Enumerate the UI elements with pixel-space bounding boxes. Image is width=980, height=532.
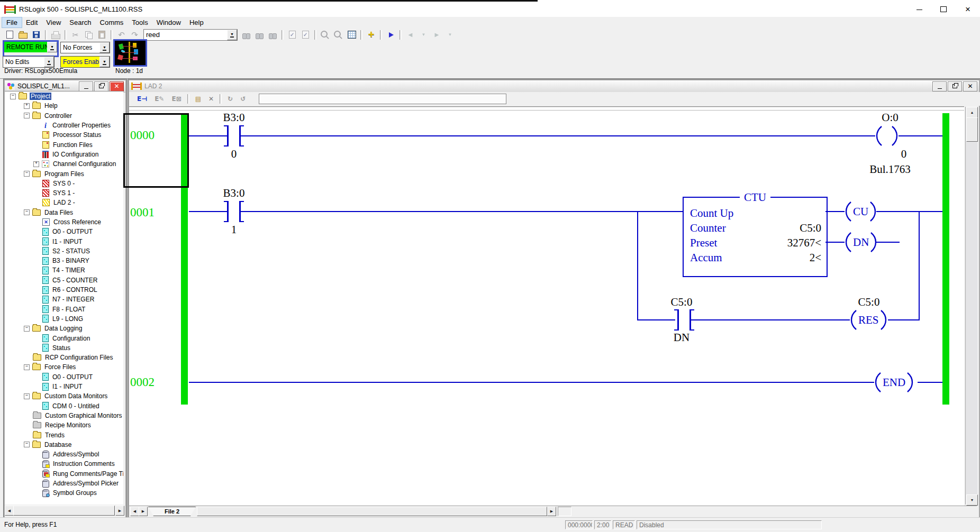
ctu-accum-value[interactable]: 2< <box>810 251 821 264</box>
file-tab[interactable]: File 2 <box>148 507 196 516</box>
tree-item-data-files[interactable]: Data Files <box>5 208 123 217</box>
rung-comment-box[interactable] <box>259 94 506 104</box>
mode-dropdown-button[interactable] <box>47 42 57 52</box>
tree-item-b3-binary[interactable]: B3 - BINARY <box>5 256 123 265</box>
ctu-preset-value[interactable]: 32767< <box>787 236 821 250</box>
tree-item-force-o0-output[interactable]: O0 - OUTPUT <box>5 372 123 382</box>
tree-item-s2-status[interactable]: S2 - STATUS <box>5 246 123 256</box>
tree-item-i1-input[interactable]: I1 - INPUT <box>5 236 123 246</box>
scroll-down-button[interactable]: ▼ <box>966 494 978 506</box>
properties-grid-button[interactable] <box>345 29 358 40</box>
tree-item-cross-reference[interactable]: Cross Reference <box>5 217 123 227</box>
rung-number-0002[interactable]: 0002 <box>130 375 155 389</box>
edit-rung-pencil-button[interactable]: E✎ <box>155 95 164 103</box>
tree-item-status[interactable]: Status <box>5 343 123 353</box>
forward-history-dropdown[interactable]: ▼ <box>443 29 457 40</box>
processor-mode-combo[interactable]: REMOTE RUN <box>4 42 57 52</box>
res-coil[interactable]: RES <box>849 308 888 332</box>
tree-item-custom-graphical-monitors[interactable]: Custom Graphical Monitors <box>5 411 123 420</box>
xic-contact-bar[interactable] <box>674 309 679 331</box>
scroll-up-button[interactable]: ▲ <box>966 107 978 118</box>
tree-item-address-symbol-picker[interactable]: Address/Symbol Picker <box>5 479 123 488</box>
menu-tools[interactable]: Tools <box>128 17 152 27</box>
tree-item-force-files[interactable]: Force Files <box>5 362 123 372</box>
rung-number-0001[interactable]: 0001 <box>130 206 155 219</box>
stack-edits-button[interactable]: ▤ <box>195 95 201 103</box>
xic-contact-bar[interactable] <box>224 125 229 146</box>
menu-file[interactable]: File <box>2 17 22 27</box>
xic-contact-bar[interactable] <box>239 201 244 222</box>
tree-item-database[interactable]: Database <box>5 440 123 450</box>
tree-item-program-files[interactable]: Program Files <box>5 169 123 178</box>
replace-button[interactable] <box>266 29 279 40</box>
tree-item-r6-control[interactable]: R6 - CONTROL <box>5 285 123 295</box>
tree-item-sys0[interactable]: SYS 0 - <box>5 179 123 188</box>
find-next-button[interactable] <box>253 29 266 40</box>
delete-button[interactable]: ✕ <box>208 95 214 103</box>
close-button[interactable]: × <box>956 2 980 17</box>
tree-minimize-button[interactable] <box>79 81 93 91</box>
tree-item-lad2[interactable]: LAD 2 - <box>5 198 123 207</box>
tree-item-custom-data-monitors[interactable]: Custom Data Monitors <box>5 391 123 401</box>
contact-address[interactable]: B3:0 <box>202 111 266 124</box>
tree-item-controller-properties[interactable]: Controller Properties <box>5 121 123 130</box>
ctu-cu-coil[interactable]: CU <box>843 200 878 223</box>
ladder-vertical-scrollbar[interactable]: ▲ ▼ <box>965 107 977 505</box>
tree-item-recipe-monitors[interactable]: Recipe Monitors <box>5 420 123 430</box>
branch-contact-address[interactable]: C5:0 <box>650 296 713 309</box>
menu-view[interactable]: View <box>42 17 65 27</box>
save-button[interactable] <box>30 29 43 40</box>
new-component-button[interactable] <box>365 29 378 40</box>
open-file-button[interactable] <box>16 29 30 40</box>
expand-icon[interactable] <box>33 161 39 167</box>
tree-item-address-symbol[interactable]: Address/Symbol <box>5 450 123 459</box>
edit-rung-button[interactable]: E⊣ <box>137 95 147 103</box>
navigate-forward-button[interactable]: ► <box>430 29 443 40</box>
tree-item-configuration[interactable]: Configuration <box>5 333 123 343</box>
maximize-button[interactable] <box>931 2 956 17</box>
res-coil-address[interactable]: C5:0 <box>837 296 901 309</box>
new-file-button[interactable] <box>3 29 16 40</box>
tree-item-instruction-comments[interactable]: Instruction Comments <box>5 459 123 469</box>
cancel-rung-edit-button[interactable]: E⊠ <box>171 95 181 103</box>
lad2-titlebar[interactable]: LAD 2 ✕ <box>129 80 979 93</box>
collapse-icon[interactable] <box>24 393 30 399</box>
navigate-back-button[interactable]: ◄ <box>404 29 417 40</box>
tree-item-function-files[interactable]: Function Files <box>5 140 123 149</box>
back-history-dropdown[interactable]: ▼ <box>417 29 430 40</box>
tab-scroll-left-button[interactable]: ◀ <box>130 507 139 516</box>
forces-status-combo[interactable]: No Forces <box>60 42 110 53</box>
output-coil-O0[interactable] <box>874 124 900 148</box>
lad2-minimize-button[interactable] <box>932 81 947 91</box>
verify-file-button[interactable] <box>286 29 299 40</box>
ctu-dn-coil[interactable]: DN <box>843 231 878 254</box>
tree-item-help[interactable]: Help <box>5 101 123 111</box>
lad2-restore-button[interactable] <box>948 81 962 91</box>
zoom-out-button[interactable] <box>332 29 345 40</box>
collapse-icon[interactable] <box>24 442 30 447</box>
collapse-icon[interactable] <box>24 364 30 370</box>
tree-item-rcp-configuration-files[interactable]: RCP Configuration Files <box>5 353 123 362</box>
tree-item-f8-float[interactable]: F8 - FLOAT <box>5 305 123 314</box>
xic-contact-bar[interactable] <box>689 309 694 331</box>
xic-contact-bar[interactable] <box>239 125 244 146</box>
cut-button[interactable] <box>69 29 82 40</box>
tree-item-rung-comments[interactable]: Rung Comments/Page Title <box>5 469 123 479</box>
plc-status-graphic[interactable] <box>113 39 147 67</box>
zoom-in-button[interactable] <box>319 29 332 40</box>
ctu-instruction-block[interactable]: CTU Count Up Counter C5:0 Preset 32767< … <box>683 197 828 277</box>
edits-status-combo[interactable]: No Edits <box>3 56 55 68</box>
tree-item-t4-timer[interactable]: T4 - TIMER <box>5 265 123 275</box>
menu-edit[interactable]: Edit <box>22 17 42 27</box>
xic-contact-bar[interactable] <box>224 201 229 222</box>
run-button[interactable] <box>384 29 397 40</box>
contact-address[interactable]: B3:0 <box>202 187 266 200</box>
search-combobox-value[interactable]: reed <box>144 31 227 39</box>
rung-selection-box[interactable] <box>123 113 189 188</box>
tree-item-sys1[interactable]: SYS 1 - <box>5 188 123 198</box>
scroll-left-button[interactable]: ◀ <box>5 506 14 516</box>
verify-project-button[interactable] <box>299 29 312 40</box>
search-combobox[interactable]: reed <box>143 29 238 41</box>
menu-help[interactable]: Help <box>185 17 208 27</box>
tree-item-o0-output[interactable]: O0 - OUTPUT <box>5 227 123 236</box>
